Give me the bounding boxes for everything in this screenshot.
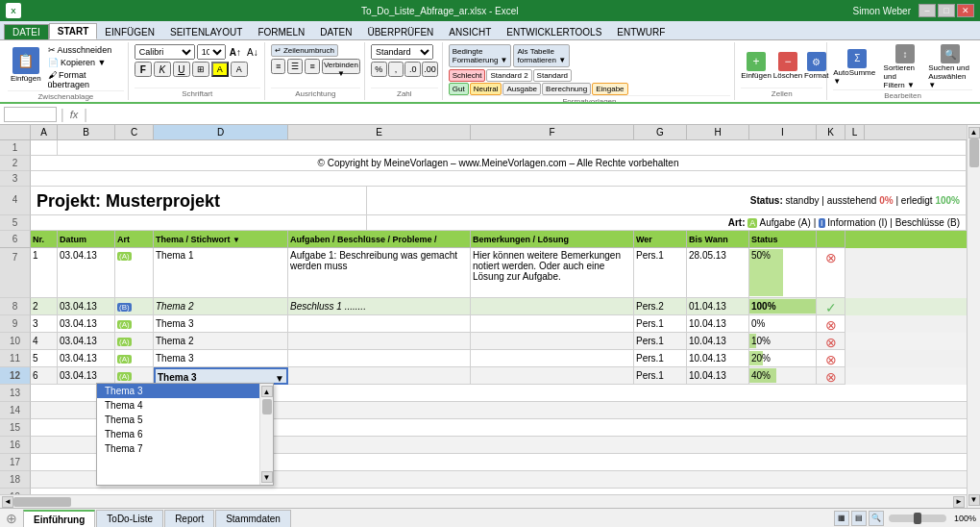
v-scroll-thumb[interactable] xyxy=(969,138,979,167)
font-name-select[interactable]: Calibri xyxy=(135,44,195,60)
col-art-header[interactable]: Art xyxy=(115,231,154,248)
dropdown-item-2[interactable]: Thema 4 xyxy=(97,398,259,413)
col-biswann-header[interactable]: Bis Wann xyxy=(687,231,749,248)
cell-11-art[interactable]: (A) xyxy=(115,350,154,367)
cell-10-datum[interactable]: 03.04.13 xyxy=(58,333,115,350)
increase-decimal-button[interactable]: .0 xyxy=(404,62,421,77)
cell-5-art[interactable]: Art: A Aufgabe (A) | I Information (I) |… xyxy=(367,215,967,231)
cell-9-indicator[interactable]: ⊗ xyxy=(817,315,845,333)
col-datum-header[interactable]: Datum xyxy=(58,231,115,248)
cell-4-title[interactable]: Projekt: Musterprojekt xyxy=(31,187,367,215)
cell-2-content[interactable]: © Copyright by MeineVorlagen – www.Meine… xyxy=(31,156,967,171)
dropdown-item-4[interactable]: Thema 6 xyxy=(97,427,259,441)
suchen-button[interactable]: 🔍 Suchen undAuswählen ▼ xyxy=(928,44,972,89)
cell-8-biswann[interactable]: 01.04.13 xyxy=(687,298,749,315)
border-button[interactable]: ⊞ xyxy=(192,62,209,77)
col-header-b[interactable]: B xyxy=(58,125,115,139)
sheet-tab-stammdaten[interactable]: Stammdaten xyxy=(215,510,291,527)
cell-12-aufgaben[interactable] xyxy=(288,367,471,385)
cell-11-wer[interactable]: Pers.1 xyxy=(634,350,687,367)
cut-button[interactable]: ✂ Ausschneiden xyxy=(46,44,124,56)
style-neutral[interactable]: Neutral xyxy=(470,83,502,95)
tab-ansicht[interactable]: ANSICHT xyxy=(441,25,499,39)
cell-8-art[interactable]: (B) xyxy=(115,298,154,315)
cell-9-aufgaben[interactable] xyxy=(288,315,471,333)
cell-10-indicator[interactable]: ⊗ xyxy=(817,333,845,350)
col-header-a[interactable]: A xyxy=(31,125,58,139)
formula-input[interactable]: Thema 3 xyxy=(91,109,976,120)
autosumme-button[interactable]: Σ AutoSumme ▼ xyxy=(833,49,881,86)
col-thema-header[interactable]: Thema / Stichwort ▼ xyxy=(154,231,288,248)
col-header-f[interactable]: F xyxy=(471,125,634,139)
cell-11-biswann[interactable]: 10.04.13 xyxy=(687,350,749,367)
col-nr-header[interactable]: Nr. xyxy=(31,231,58,248)
cell-9-datum[interactable]: 03.04.13 xyxy=(58,315,115,333)
scroll-up-button[interactable]: ▲ xyxy=(261,386,273,397)
format-painter-button[interactable]: 🖌 Format übertragen xyxy=(46,69,124,90)
tab-datei[interactable]: DATEI xyxy=(4,24,49,39)
cell-8-nr[interactable]: 2 xyxy=(31,298,58,315)
v-scroll-up[interactable]: ▲ xyxy=(968,127,980,138)
cell-9-nr[interactable]: 3 xyxy=(31,315,58,333)
cell-7-aufgaben[interactable]: Aufgabe 1: Beschreibung was gemacht werd… xyxy=(288,248,471,298)
cell-11-nr[interactable]: 5 xyxy=(31,350,58,367)
align-center-button[interactable]: ☰ xyxy=(287,59,303,74)
sheet-tab-add[interactable]: ⊕ xyxy=(0,509,23,528)
dropdown-item-5[interactable]: Thema 7 xyxy=(97,441,259,456)
cell-7-biswann[interactable]: 28.05.13 xyxy=(687,248,749,298)
sortieren-button[interactable]: ↕ Sortieren undFiltern ▼ xyxy=(884,44,927,89)
cell-9-status[interactable]: 0% xyxy=(749,315,817,333)
tab-seitenlayout[interactable]: SEITENLAYOUT xyxy=(162,25,250,39)
v-scroll-down[interactable]: ▼ xyxy=(968,494,980,506)
col-header-h[interactable]: H xyxy=(687,125,749,139)
tab-daten[interactable]: DATEN xyxy=(312,25,359,39)
cell-3-content[interactable] xyxy=(31,171,967,187)
loschen-cells-button[interactable]: − Löschen xyxy=(773,52,802,80)
cell-11-indicator[interactable]: ⊗ xyxy=(817,350,845,367)
col-bemerkungen-header[interactable]: Bemerkungen / Lösung xyxy=(471,231,634,248)
v-scroll-track[interactable] xyxy=(969,138,979,494)
als-tabelle-button[interactable]: Als Tabelleformatieren ▼ xyxy=(513,44,570,67)
tab-start[interactable]: START xyxy=(49,23,98,39)
style-berechnung[interactable]: Berechnung xyxy=(542,83,591,95)
cell-10-nr[interactable]: 4 xyxy=(31,333,58,350)
autocomplete-dropdown[interactable]: Thema 3 Thema 4 Thema 5 Thema 6 Thema 7 … xyxy=(96,383,274,486)
cell-12-indicator[interactable]: ⊗ xyxy=(817,367,845,385)
increase-font-button[interactable]: A↑ xyxy=(228,47,243,58)
cell-11-status[interactable]: 20% xyxy=(749,350,817,367)
cell-7-nr[interactable]: 1 xyxy=(31,248,58,298)
h-scrollbar[interactable]: ◄ ► xyxy=(0,494,967,508)
col-header-l[interactable]: L xyxy=(845,125,865,139)
close-button[interactable]: ✕ xyxy=(957,4,974,17)
h-scroll-right[interactable]: ► xyxy=(953,496,965,508)
tab-formeln[interactable]: FORMELN xyxy=(250,25,312,39)
style-eingabe[interactable]: Eingabe xyxy=(592,83,627,95)
percent-button[interactable]: % xyxy=(371,62,387,77)
style-standard2[interactable]: Standard 2 xyxy=(486,69,531,82)
cell-7-wer[interactable]: Pers.1 xyxy=(634,248,687,298)
cell-7-datum[interactable]: 03.04.13 xyxy=(58,248,115,298)
cell-10-thema[interactable]: Thema 2 xyxy=(154,333,288,350)
comma-button[interactable]: , xyxy=(388,62,404,77)
minimize-button[interactable]: – xyxy=(919,4,936,17)
fill-color-button[interactable]: A xyxy=(211,62,229,77)
h-scroll-track[interactable] xyxy=(13,497,953,507)
cell-8-thema[interactable]: Thema 2 xyxy=(154,298,288,315)
dropdown-trigger[interactable]: ▼ xyxy=(275,370,284,388)
format-cells-button[interactable]: ⚙ Format xyxy=(804,52,828,80)
zoom-slider[interactable] xyxy=(889,514,946,522)
cell-7-art[interactable]: (A) xyxy=(115,248,154,298)
cell-11-datum[interactable]: 03.04.13 xyxy=(58,350,115,367)
col-extra-header[interactable] xyxy=(817,231,845,248)
col-header-c[interactable]: C xyxy=(115,125,154,139)
cell-8-datum[interactable]: 03.04.13 xyxy=(58,298,115,315)
font-size-select[interactable]: 10 xyxy=(197,44,226,60)
cell-10-art[interactable]: (A) xyxy=(115,333,154,350)
tab-einfugen[interactable]: EINFÜGEN xyxy=(97,25,162,39)
h-scroll-left[interactable]: ◄ xyxy=(2,496,13,508)
cell-7-indicator[interactable]: ⊗ xyxy=(817,248,845,298)
tab-entwicklertools[interactable]: ENTWICKLERTOOLS xyxy=(499,25,609,39)
cell-10-aufgaben[interactable] xyxy=(288,333,471,350)
bold-button[interactable]: F xyxy=(135,62,152,77)
cell-12-biswann[interactable]: 10.04.13 xyxy=(687,367,749,385)
